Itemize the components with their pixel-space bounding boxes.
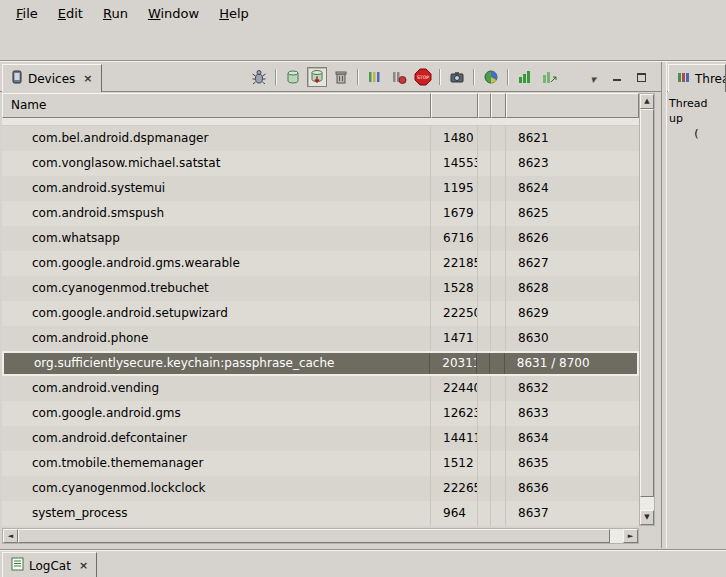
process-name: com.tmobile.thememanager: [2, 451, 431, 476]
process-thread-cell: [491, 326, 506, 351]
dump-hprof-icon[interactable]: [307, 67, 327, 87]
view-menu-icon[interactable]: [583, 67, 603, 87]
process-pid: 1471: [431, 326, 478, 351]
main-toolbar: [0, 28, 726, 59]
toolbar-separator: [439, 69, 441, 85]
process-pid: 22440: [431, 376, 478, 401]
process-row[interactable]: org.sufficientlysecure.keychain:passphra…: [2, 351, 639, 376]
process-pid: 1480: [431, 126, 478, 151]
logcat-icon: [11, 557, 24, 574]
screen-capture-icon[interactable]: [447, 67, 467, 87]
process-pid: 20311: [430, 353, 477, 374]
menu-bar: File Edit Run Window Help: [0, 0, 726, 27]
process-thread-cell: [491, 276, 506, 301]
process-row[interactable]: com.android.systemui 1195 8624: [2, 176, 639, 201]
stop-process-icon[interactable]: STOP: [413, 67, 433, 87]
close-icon[interactable]: ×: [83, 72, 92, 85]
stop-label: STOP: [417, 75, 429, 80]
horizontal-scroll-thumb[interactable]: [18, 529, 610, 543]
toolbar-separator: [357, 69, 359, 85]
column-header-name[interactable]: Name: [2, 93, 431, 118]
process-row[interactable]: com.android.vending 22440 8632: [2, 376, 639, 401]
threads-view: Threa Thread up (: [666, 62, 726, 548]
horizontal-scrollbar[interactable]: [2, 528, 639, 544]
scroll-left-icon[interactable]: [3, 529, 18, 543]
process-port: 8631 / 8700: [505, 353, 637, 374]
process-thread-cell: [491, 126, 506, 151]
menu-item[interactable]: Window: [138, 2, 209, 25]
process-thread-cell: [491, 176, 506, 201]
tracing-start-icon[interactable]: [515, 67, 535, 87]
menu-item[interactable]: Help: [209, 2, 259, 25]
ddms-window: File Edit Run Window Help Devices ×: [0, 0, 726, 577]
process-pid: 6716: [431, 226, 478, 251]
process-row[interactable]: com.cyanogenmod.trebuchet 1528 8628: [2, 276, 639, 301]
menu-item[interactable]: Run: [93, 2, 138, 25]
scroll-up-icon[interactable]: [640, 94, 654, 109]
process-row[interactable]: system_process 964 8637: [2, 501, 639, 526]
process-name: com.android.smspush: [2, 201, 431, 226]
process-port: 8621: [506, 126, 639, 151]
method-profiling-icon[interactable]: [389, 67, 409, 87]
tracing-stop-icon[interactable]: [539, 67, 559, 87]
logcat-view: LogCat ×: [0, 549, 726, 577]
process-row[interactable]: com.android.phone 1471 8630: [2, 326, 639, 351]
process-heap-cell: [478, 326, 491, 351]
debug-process-icon[interactable]: [249, 67, 269, 87]
tab-logcat[interactable]: LogCat ×: [2, 552, 97, 577]
process-row[interactable]: com.google.android.gms.wearable 22185 86…: [2, 251, 639, 276]
table-body: com.bel.android.dspmanager 1480 8621 com…: [2, 126, 639, 526]
process-row[interactable]: com.google.android.setupwizard 22250 862…: [2, 301, 639, 326]
process-port: 8632: [506, 376, 639, 401]
tab-devices[interactable]: Devices ×: [2, 64, 102, 92]
menu-item[interactable]: Edit: [48, 2, 93, 25]
update-heap-icon[interactable]: [283, 67, 303, 87]
tab-logcat-label: LogCat: [29, 559, 71, 573]
toolbar-separator: [275, 69, 277, 85]
close-icon[interactable]: ×: [79, 559, 88, 572]
scroll-down-icon[interactable]: [640, 510, 654, 525]
process-name: com.google.android.setupwizard: [2, 301, 431, 326]
column-header-port[interactable]: [506, 93, 639, 118]
process-port: 8626: [506, 226, 639, 251]
vertical-scroll-thumb[interactable]: [640, 109, 654, 497]
process-row[interactable]: com.whatsapp 6716 8626: [2, 226, 639, 251]
process-row[interactable]: com.android.defcontainer 14411 8634: [2, 426, 639, 451]
column-header-heap[interactable]: [478, 93, 491, 118]
process-row[interactable]: com.tmobile.thememanager 1512 8635: [2, 451, 639, 476]
process-row[interactable]: com.vonglasow.michael.satstat 14553 8623: [2, 151, 639, 176]
process-heap-cell: [478, 426, 491, 451]
process-heap-cell: [478, 501, 491, 526]
process-thread-cell: [491, 151, 506, 176]
threads-tabbar: Threa: [667, 62, 726, 92]
sysinfo-icon[interactable]: [481, 67, 501, 87]
tab-devices-label: Devices: [28, 72, 75, 86]
tab-threads[interactable]: Threa: [668, 64, 726, 92]
menu-item[interactable]: File: [6, 2, 48, 25]
process-port: 8624: [506, 176, 639, 201]
process-port: 8635: [506, 451, 639, 476]
process-row[interactable]: com.cyanogenmod.lockclock 22265 8636: [2, 476, 639, 501]
scroll-right-icon[interactable]: [623, 529, 638, 543]
process-row[interactable]: com.google.android.gms 12623 8633: [2, 401, 639, 426]
process-heap-cell: [478, 376, 491, 401]
devices-view: Devices ×: [0, 62, 662, 548]
column-header-pid[interactable]: [431, 93, 478, 118]
process-heap-cell: [478, 451, 491, 476]
process-name: com.android.systemui: [2, 176, 431, 201]
maximize-view-icon[interactable]: [631, 67, 651, 87]
process-thread-cell: [491, 301, 506, 326]
process-row[interactable]: com.android.smspush 1679 8625: [2, 201, 639, 226]
column-header-thread[interactable]: [491, 93, 506, 118]
vertical-scrollbar[interactable]: [639, 93, 655, 526]
process-pid: 12623: [431, 401, 478, 426]
process-heap-cell: [478, 201, 491, 226]
process-pid: 1512: [431, 451, 478, 476]
process-row[interactable]: com.bel.android.dspmanager 1480 8621: [2, 126, 639, 151]
cause-gc-icon[interactable]: [331, 67, 351, 87]
update-threads-icon[interactable]: [365, 67, 385, 87]
process-thread-cell: [491, 501, 506, 526]
process-thread-cell: [491, 251, 506, 276]
minimize-view-icon[interactable]: [607, 67, 627, 87]
process-port: 8629: [506, 301, 639, 326]
